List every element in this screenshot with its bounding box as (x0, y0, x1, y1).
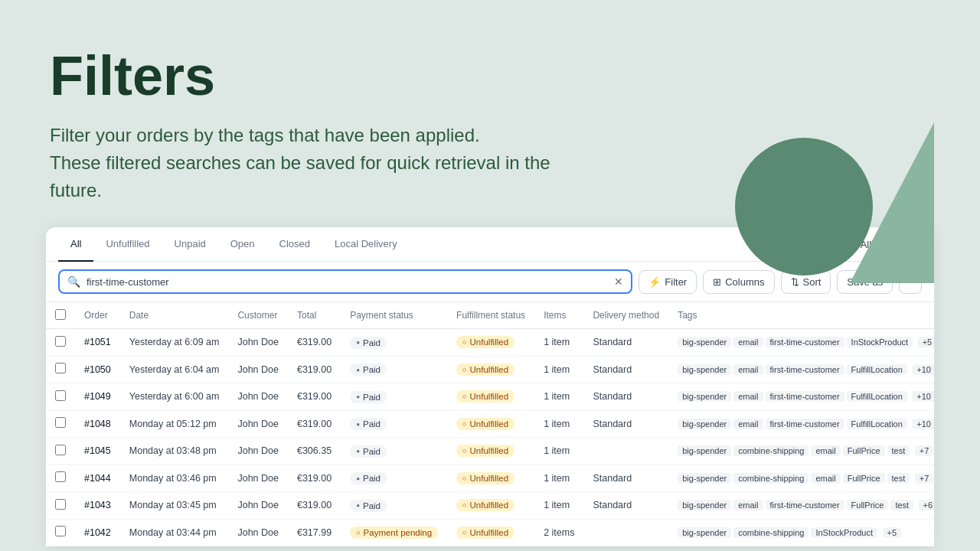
row-payment-1: Paid (341, 356, 447, 383)
tab-unpaid[interactable]: Unpaid (162, 227, 218, 262)
tab-open[interactable]: Open (218, 227, 267, 262)
row-payment-4: Paid (341, 438, 447, 465)
row-date-2: Yesterday at 6:00 am (120, 383, 229, 411)
row-tags-0: big-spenderemailfirst-time-customerInSto… (668, 329, 934, 357)
tag: FulfillLocation (847, 391, 907, 402)
row-customer-0: John Doe (228, 329, 288, 357)
row-order-2[interactable]: #1049 (75, 383, 120, 411)
row-total-0: €319.00 (288, 329, 341, 357)
decorative-shapes (735, 122, 934, 283)
tab-all[interactable]: All (58, 227, 93, 262)
row-total-6: €319.00 (288, 492, 341, 520)
select-all-checkbox[interactable] (55, 309, 66, 320)
row-customer-6: John Doe (228, 492, 288, 520)
table-row: #1042 Monday at 03:44 pm John Doe €317.9… (46, 519, 934, 546)
col-customer: Customer (228, 302, 288, 329)
row-payment-6: Paid (341, 492, 447, 520)
tag: first-time-customer (766, 391, 844, 402)
filter-button[interactable]: ⚡ Filter (639, 270, 697, 294)
row-order-4[interactable]: #1045 (75, 438, 120, 465)
row-order-6[interactable]: #1043 (75, 492, 120, 520)
row-checkbox-7[interactable] (55, 526, 66, 536)
tag: combine-shipping (733, 527, 808, 538)
tab-closed[interactable]: Closed (267, 227, 322, 262)
tag-more: +7 (915, 445, 934, 456)
tag: big-spender (678, 527, 731, 538)
tag-more: +10 (912, 391, 934, 402)
search-input[interactable] (87, 276, 608, 288)
row-date-3: Monday at 05:12 pm (120, 410, 229, 438)
row-checkbox-1[interactable] (55, 363, 66, 373)
tag-more: +5 (918, 337, 934, 347)
tag: test (887, 473, 910, 484)
tab-unfulfilled[interactable]: Unfulfilled (93, 227, 162, 262)
row-fulfillment-6: Unfulfilled (447, 492, 534, 520)
row-tags-5: big-spendercombine-shippingemailFullPric… (668, 465, 934, 492)
row-fulfillment-3: Unfulfilled (447, 410, 534, 438)
tag: combine-shipping (733, 473, 808, 484)
row-items-6: 1 item (534, 492, 583, 520)
row-total-1: €319.00 (288, 356, 341, 383)
row-customer-2: John Doe (228, 383, 288, 411)
tag-more: +6 (919, 500, 934, 510)
row-customer-3: John Doe (228, 410, 288, 438)
row-checkbox-4[interactable] (55, 445, 66, 455)
row-checkbox-6[interactable] (55, 499, 66, 510)
row-fulfillment-4: Unfulfilled (447, 438, 534, 465)
row-checkbox-cell (46, 519, 75, 546)
tag: first-time-customer (766, 419, 844, 429)
row-checkbox-0[interactable] (55, 336, 66, 347)
row-total-3: €319.00 (288, 410, 341, 438)
row-checkbox-3[interactable] (55, 417, 66, 428)
row-customer-7: John Doe (228, 519, 288, 546)
row-tags-6: big-spenderemailfirst-time-customerFullP… (668, 492, 934, 520)
row-order-0[interactable]: #1051 (75, 329, 120, 357)
row-payment-0: Paid (341, 329, 447, 357)
row-date-7: Monday at 03:44 pm (120, 519, 229, 546)
row-tags-1: big-spenderemailfirst-time-customerFulfi… (668, 356, 934, 383)
tag: big-spender (678, 445, 731, 456)
row-delivery-7 (583, 519, 668, 546)
col-items: Items (534, 302, 583, 329)
tab-local-delivery[interactable]: Local Delivery (322, 227, 410, 262)
row-checkbox-cell (46, 410, 75, 438)
row-checkbox-2[interactable] (55, 390, 66, 401)
table-row: #1048 Monday at 05:12 pm John Doe €319.0… (46, 410, 934, 438)
tag: test (890, 500, 913, 510)
row-order-5[interactable]: #1044 (75, 465, 120, 492)
row-date-0: Yesterday at 6:09 am (120, 329, 229, 357)
row-payment-7: Payment pending (341, 519, 447, 546)
table-row: #1049 Yesterday at 6:00 am John Doe €319… (46, 383, 934, 411)
col-order: Order (75, 302, 120, 329)
page-description: Filter your orders by the tags that have… (50, 122, 586, 204)
row-delivery-4 (583, 438, 668, 465)
tag: email (733, 364, 763, 375)
row-tags-3: big-spenderemailfirst-time-customerFulfi… (668, 410, 934, 438)
col-delivery-method: Delivery method (583, 302, 668, 329)
row-payment-5: Paid (341, 465, 447, 492)
row-delivery-6: Standard (583, 492, 668, 520)
tag: big-spender (678, 364, 731, 375)
columns-icon: ⊞ (713, 276, 721, 288)
row-tags-4: big-spendercombine-shippingemailFullPric… (668, 438, 934, 465)
row-order-3[interactable]: #1048 (75, 410, 120, 438)
row-fulfillment-1: Unfulfilled (447, 356, 534, 383)
row-order-7[interactable]: #1042 (75, 519, 120, 546)
table-row: #1045 Monday at 03:48 pm John Doe €306.3… (46, 438, 934, 465)
row-order-1[interactable]: #1050 (75, 356, 120, 383)
row-tags-7: big-spendercombine-shippingInStockProduc… (668, 519, 934, 546)
row-checkbox-cell (46, 438, 75, 465)
triangle-shape (850, 122, 934, 283)
row-items-7: 2 items (534, 519, 583, 546)
col-tags: Tags (668, 302, 934, 329)
row-customer-1: John Doe (228, 356, 288, 383)
row-payment-3: Paid (341, 410, 447, 438)
row-checkbox-cell (46, 356, 75, 383)
col-total: Total (288, 302, 341, 329)
tag: InStockProduct (811, 527, 877, 538)
tag: first-time-customer (766, 337, 844, 347)
row-checkbox-5[interactable] (55, 471, 66, 482)
row-customer-4: John Doe (228, 438, 288, 465)
clear-icon[interactable]: ✕ (614, 276, 623, 288)
tag: first-time-customer (766, 364, 844, 375)
